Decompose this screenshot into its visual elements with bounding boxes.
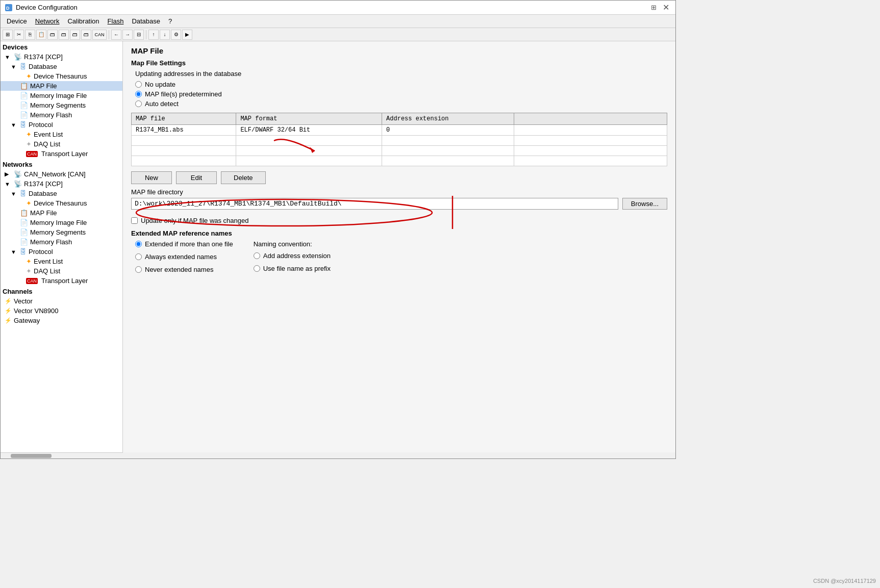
toolbar-btn-14[interactable]: ⚙ bbox=[171, 30, 181, 40]
sidebar-item-database-1[interactable]: ▼ 🗄 Database bbox=[1, 62, 122, 71]
sidebar-item-can-network[interactable]: ▶ 📡 CAN_Network [CAN] bbox=[1, 169, 122, 179]
toolbar-btn-15[interactable]: ▶ bbox=[182, 30, 192, 40]
menu-help[interactable]: ? bbox=[164, 16, 176, 27]
radio-map-predetermined-input[interactable] bbox=[135, 91, 142, 97]
collapse-icon-db: ▼ bbox=[11, 64, 18, 70]
updating-label: Updating addresses in the database bbox=[131, 70, 667, 78]
directory-section: MAP file directory Browse... bbox=[131, 188, 667, 210]
toolbar-btn-11[interactable]: ⊟ bbox=[134, 30, 144, 40]
toolbar-btn-2[interactable]: ✂ bbox=[14, 30, 24, 40]
table-row-1[interactable]: R1374_MB1.abs ELF/DWARF 32/64 Bit 0 bbox=[132, 125, 667, 136]
sidebar-item-memory-flash-1[interactable]: 📄 Memory Flash bbox=[1, 110, 122, 120]
networks-section-label: Networks bbox=[1, 159, 122, 169]
db2-icon: 🗄 bbox=[20, 190, 27, 197]
sidebar-item-daq-list-1[interactable]: ✦ DAQ List bbox=[1, 139, 122, 149]
toolbar-btn-9[interactable]: ← bbox=[111, 30, 121, 40]
sidebar-item-label: Memory Flash bbox=[30, 111, 72, 119]
map2-icon: 📋 bbox=[20, 209, 28, 217]
toolbar-btn-6[interactable]: 🗃 bbox=[59, 30, 69, 40]
sidebar-item-map-file-2[interactable]: 📋 MAP File bbox=[1, 208, 122, 218]
toolbar-btn-can[interactable]: CAN bbox=[92, 30, 107, 40]
toolbar-btn-10[interactable]: → bbox=[122, 30, 133, 40]
sidebar-item-daq-list-2[interactable]: ✦ DAQ List bbox=[1, 266, 122, 276]
menu-flash[interactable]: Flash bbox=[104, 16, 128, 27]
radio-never-extended-label: Never extended names bbox=[145, 266, 213, 273]
sidebar: Devices ▼ 📡 R1374 [XCP] ▼ 🗄 Database ✦ D… bbox=[1, 41, 123, 452]
sidebar-item-label: Event List bbox=[34, 258, 63, 265]
sidebar-item-memory-image-1[interactable]: 📄 Memory Image File bbox=[1, 91, 122, 100]
channels-section-label: Channels bbox=[1, 286, 122, 296]
radio-map-predetermined: MAP file(s) predetermined bbox=[135, 90, 667, 98]
sidebar-item-memory-segments-2[interactable]: 📄 Memory Segments bbox=[1, 227, 122, 237]
sidebar-item-memory-flash-2[interactable]: 📄 Memory Flash bbox=[1, 237, 122, 247]
sidebar-item-label: Database bbox=[29, 190, 57, 197]
radio-add-address-input[interactable] bbox=[254, 252, 260, 259]
sidebar-item-protocol-1[interactable]: ▼ 🗄 Protocol bbox=[1, 120, 122, 130]
event-icon: ✦ bbox=[26, 131, 32, 138]
sidebar-item-label: Vector bbox=[14, 297, 33, 305]
app-icon: D bbox=[5, 4, 13, 12]
radio-no-update-input[interactable] bbox=[135, 81, 142, 88]
sidebar-item-label: Vector VN8900 bbox=[14, 307, 58, 315]
radio-file-prefix-label: Use file name as prefix bbox=[263, 265, 331, 272]
proto-icon: 🗄 bbox=[20, 121, 27, 129]
toolbar-btn-1[interactable]: ⊞ bbox=[3, 30, 13, 40]
sidebar-item-event-list-1[interactable]: ✦ Event List bbox=[1, 130, 122, 139]
menu-calibration[interactable]: Calibration bbox=[63, 16, 103, 27]
sidebar-item-gateway[interactable]: ⚡ Gateway bbox=[1, 316, 122, 325]
toolbar-btn-5[interactable]: 🗃 bbox=[47, 30, 58, 40]
sidebar-item-memory-image-2[interactable]: 📄 Memory Image File bbox=[1, 218, 122, 227]
radio-file-prefix-input[interactable] bbox=[254, 265, 260, 272]
radio-no-update: No update bbox=[135, 81, 667, 88]
toolbar-btn-4[interactable]: 📋 bbox=[36, 30, 46, 40]
toolbar-btn-3[interactable]: ⎘ bbox=[25, 30, 35, 40]
daq-icon: ✦ bbox=[26, 140, 32, 148]
sidebar-item-label: Database bbox=[29, 63, 57, 70]
toolbar-sep-1 bbox=[109, 30, 109, 39]
sidebar-item-transport-layer-2[interactable]: CAN Transport Layer bbox=[1, 276, 122, 286]
maximize-button[interactable]: ⊞ bbox=[649, 3, 659, 12]
menu-device[interactable]: Device bbox=[3, 16, 31, 27]
sidebar-scrollbar-container bbox=[1, 452, 123, 458]
sidebar-item-device-thesaurus-2[interactable]: ✦ Device Thesaurus bbox=[1, 198, 122, 208]
panel-title: MAP File bbox=[131, 46, 667, 55]
sidebar-item-vector-vn8900[interactable]: ⚡ Vector VN8900 bbox=[1, 306, 122, 316]
directory-input[interactable] bbox=[131, 198, 618, 210]
delete-button[interactable]: Delete bbox=[221, 171, 266, 184]
sidebar-scrollbar[interactable] bbox=[11, 454, 52, 458]
toolbar-btn-13[interactable]: ↓ bbox=[160, 30, 170, 40]
sidebar-item-transport-layer-1[interactable]: CAN Transport Layer bbox=[1, 149, 122, 159]
sidebar-item-vector[interactable]: ⚡ Vector bbox=[1, 296, 122, 306]
sidebar-item-event-list-2[interactable]: ✦ Event List bbox=[1, 257, 122, 266]
sidebar-item-label: Memory Segments bbox=[30, 228, 86, 236]
radio-always-extended-input[interactable] bbox=[135, 253, 142, 260]
sidebar-item-r1374-xcp-1[interactable]: ▼ 📡 R1374 [XCP] bbox=[1, 52, 122, 62]
menu-database[interactable]: Database bbox=[128, 16, 164, 27]
sidebar-item-r1374-xcp-2[interactable]: ▼ 📡 R1374 [XCP] bbox=[1, 179, 122, 189]
radio-never-extended-input[interactable] bbox=[135, 266, 142, 273]
update-changed-label: Update only if MAP file was changed bbox=[141, 217, 249, 224]
right-panel: MAP File Map File Settings Updating addr… bbox=[123, 41, 675, 452]
browse-button[interactable]: Browse... bbox=[622, 198, 667, 210]
menu-network[interactable]: Network bbox=[31, 16, 64, 27]
close-button[interactable]: ✕ bbox=[661, 3, 671, 12]
mem-flash2-icon: 📄 bbox=[20, 238, 28, 246]
extended-radios-group: Extended if more than one file Always ex… bbox=[135, 240, 233, 275]
new-button[interactable]: New bbox=[131, 171, 172, 184]
update-changed-checkbox[interactable] bbox=[131, 217, 138, 224]
radio-extended-more: Extended if more than one file bbox=[135, 240, 233, 248]
table-col-empty bbox=[514, 113, 667, 125]
radio-extended-more-input[interactable] bbox=[135, 241, 142, 247]
sidebar-item-device-thesaurus-1[interactable]: ✦ Device Thesaurus bbox=[1, 71, 122, 81]
sidebar-item-map-file-1[interactable]: 📋 MAP File bbox=[1, 81, 122, 91]
sidebar-item-protocol-2[interactable]: ▼ 🗄 Protocol bbox=[1, 247, 122, 257]
db-icon: 🗄 bbox=[20, 63, 27, 70]
sidebar-item-database-2[interactable]: ▼ 🗄 Database bbox=[1, 189, 122, 198]
thesaurus2-icon: ✦ bbox=[26, 199, 32, 207]
radio-auto-detect-input[interactable] bbox=[135, 100, 142, 107]
toolbar-btn-7[interactable]: 🗃 bbox=[70, 30, 80, 40]
edit-button[interactable]: Edit bbox=[176, 171, 217, 184]
toolbar-btn-8[interactable]: 🗃 bbox=[81, 30, 91, 40]
sidebar-item-memory-segments-1[interactable]: 📄 Memory Segments bbox=[1, 100, 122, 110]
toolbar-btn-12[interactable]: ↑ bbox=[148, 30, 159, 40]
